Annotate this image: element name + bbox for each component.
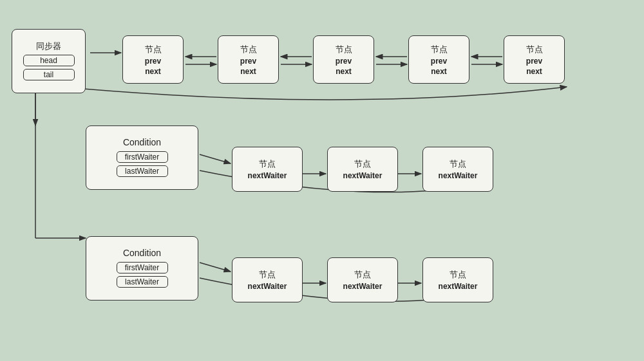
waiter5-title: 节点 [354,269,371,281]
node4-next: next [431,67,447,76]
node5-prev: prev [526,57,542,66]
node4-prev: prev [431,57,447,66]
condition1-box: Condition firstWaiter lastWaiter [86,125,198,190]
node2-title: 节点 [240,44,257,55]
condition2-box: Condition firstWaiter lastWaiter [86,236,198,301]
waiter4-next: nextWaiter [248,282,287,291]
node4: 节点 prev next [408,35,469,84]
waiter-node5: 节点 nextWaiter [327,257,398,302]
condition2-title: Condition [123,248,161,258]
waiter6-title: 节点 [450,269,466,281]
condition1-lastwaiter: lastWaiter [117,165,168,177]
node1-next: next [145,67,161,76]
waiter3-next: nextWaiter [439,171,478,180]
waiter2-next: nextWaiter [343,171,383,180]
node3: 节点 prev next [313,35,374,84]
condition1-firstwaiter: firstWaiter [117,151,168,163]
waiter4-title: 节点 [259,269,276,281]
node1-prev: prev [145,57,161,66]
waiter3-title: 节点 [450,158,466,170]
node5-next: next [526,67,542,76]
node2: 节点 prev next [218,35,279,84]
waiter6-next: nextWaiter [439,282,478,291]
waiter5-next: nextWaiter [343,282,383,291]
synchronizer-box: 同步器 head tail [12,29,86,93]
svg-line-17 [200,263,231,272]
node2-prev: prev [240,57,256,66]
node5: 节点 prev next [504,35,565,84]
node3-title: 节点 [336,44,352,55]
node1: 节点 prev next [122,35,184,84]
node2-next: next [240,67,256,76]
svg-line-12 [200,154,231,163]
node3-prev: prev [336,57,352,66]
node3-next: next [336,67,352,76]
waiter-node1: 节点 nextWaiter [232,147,303,192]
node4-title: 节点 [431,44,448,55]
node5-title: 节点 [526,44,543,55]
condition2-lastwaiter: lastWaiter [117,276,168,288]
synchronizer-title: 同步器 [36,41,61,52]
condition2-firstwaiter: firstWaiter [117,262,168,273]
tail-box: tail [23,69,75,80]
head-box: head [23,55,75,66]
diagram: 同步器 head tail 节点 prev next 节点 prev next … [0,0,644,361]
waiter-node2: 节点 nextWaiter [327,147,398,192]
waiter1-next: nextWaiter [248,171,287,180]
waiter-node6: 节点 nextWaiter [422,257,493,302]
node1-title: 节点 [145,44,162,55]
waiter1-title: 节点 [259,158,276,170]
waiter-node4: 节点 nextWaiter [232,257,303,302]
waiter-node3: 节点 nextWaiter [422,147,493,192]
waiter2-title: 节点 [354,158,371,170]
condition1-title: Condition [123,137,161,147]
